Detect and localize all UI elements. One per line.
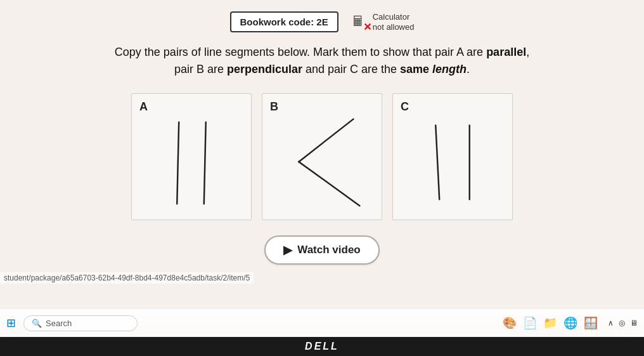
taskbar-edge-icon[interactable]: 🌐 — [564, 316, 577, 330]
play-icon: ▶ — [283, 243, 292, 257]
calculator-icon-wrapper: 🖩 ✕ — [351, 13, 369, 31]
taskbar-icons: 🎨 📄 📁 🌐 🪟 — [503, 316, 598, 330]
bold-perpendicular: perpendicular — [227, 63, 302, 76]
url-bar: student/package/a65a6703-62b4-49df-8bd4-… — [0, 272, 254, 284]
taskbar-folder-icon[interactable]: 📁 — [543, 316, 557, 330]
taskbar: ⊞ 🔍 Search 🎨 📄 📁 🌐 🪟 ∧ ◎ 🖥 — [0, 309, 644, 337]
diagram-b-svg — [262, 94, 382, 220]
dell-bar: DELL — [0, 337, 644, 356]
calculator-notice: 🖩 ✕ Calculator not allowed — [351, 12, 415, 32]
calculator-text: Calculator not allowed — [373, 12, 415, 32]
diagrams-row: A B C — [131, 93, 513, 220]
diagram-b: B — [262, 93, 382, 220]
search-label: Search — [46, 319, 72, 328]
windows-start-icon[interactable]: ⊞ — [6, 316, 16, 330]
bold-same-length: same length — [400, 63, 467, 76]
svg-line-1 — [204, 122, 206, 204]
taskbar-app1-icon[interactable]: 🎨 — [503, 316, 517, 330]
taskbar-monitor-icon: 🖥 — [630, 319, 638, 327]
taskbar-search[interactable]: 🔍 Search — [23, 315, 138, 331]
svg-line-3 — [299, 162, 359, 206]
diagram-a: A — [131, 93, 252, 220]
svg-line-4 — [435, 126, 439, 200]
bold-parallel: parallel — [486, 46, 526, 58]
taskbar-chevron-icon[interactable]: ∧ — [608, 319, 614, 327]
calculator-title: Calculator — [373, 12, 415, 22]
header-row: Bookwork code: 2E 🖩 ✕ Calculator not all… — [230, 11, 415, 32]
search-icon: 🔍 — [32, 319, 42, 328]
dell-logo: DELL — [305, 341, 339, 352]
taskbar-system: ∧ ◎ 🖥 — [608, 319, 638, 327]
diagram-c: C — [392, 93, 513, 220]
svg-line-0 — [177, 122, 179, 204]
taskbar-app2-icon[interactable]: 📄 — [523, 316, 537, 330]
watch-video-button[interactable]: ▶ Watch video — [264, 235, 380, 265]
watch-video-label: Watch video — [297, 244, 361, 256]
taskbar-wifi-icon: ◎ — [619, 319, 625, 327]
diagram-c-svg — [393, 94, 512, 220]
taskbar-store-icon[interactable]: 🪟 — [584, 316, 598, 330]
svg-line-2 — [299, 119, 353, 162]
calculator-status: not allowed — [373, 22, 415, 32]
red-x-icon: ✕ — [363, 22, 371, 32]
main-content: Bookwork code: 2E 🖩 ✕ Calculator not all… — [0, 0, 644, 320]
instruction-text: Copy the pairs of line segments below. M… — [115, 44, 529, 78]
diagram-a-svg — [132, 94, 251, 220]
bookwork-badge: Bookwork code: 2E — [230, 11, 338, 32]
